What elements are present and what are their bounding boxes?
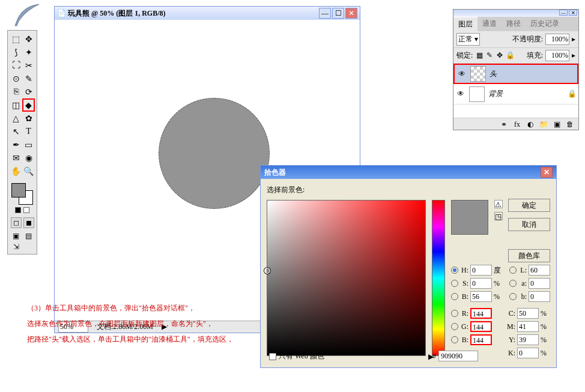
standard-mode-button[interactable]: ◻: [11, 217, 22, 228]
l-radio[interactable]: [509, 267, 517, 274]
link-layers-icon[interactable]: ⚭: [499, 119, 509, 129]
tool-slice[interactable]: ✂: [22, 59, 35, 72]
panel-minimize-button[interactable]: —: [559, 10, 568, 16]
foreground-color-swatch[interactable]: [11, 183, 26, 198]
h-input[interactable]: 0: [470, 265, 492, 276]
layer-thumbnail[interactable]: [470, 66, 486, 82]
color-picker-titlebar[interactable]: 拾色器 ✕: [261, 166, 556, 179]
h-label: H:: [460, 266, 468, 275]
tool-heal[interactable]: ⊙: [10, 72, 22, 85]
fill-label: 填充:: [527, 50, 543, 61]
blend-mode-select[interactable]: 正常 ▾: [456, 33, 480, 46]
k-label: K:: [507, 349, 515, 358]
new-layer-icon[interactable]: ▣: [552, 119, 562, 129]
cancel-button[interactable]: 取消: [508, 218, 550, 231]
color-field-cursor: [264, 268, 270, 274]
a-label: a:: [518, 279, 527, 288]
web-only-checkbox[interactable]: [269, 353, 276, 360]
lock-icon: 🔒: [568, 89, 576, 98]
layer-name[interactable]: 头: [490, 69, 575, 79]
tool-history[interactable]: ⟳: [22, 85, 35, 98]
b-radio[interactable]: [509, 293, 517, 300]
layer-thumbnail[interactable]: [469, 86, 485, 102]
bhsb-radio[interactable]: [451, 293, 458, 300]
panel-tabs: 图层 通道 路径 历史记录: [453, 17, 578, 31]
tool-shape[interactable]: ▭: [22, 138, 35, 151]
layer-style-icon[interactable]: fx: [512, 119, 522, 129]
tool-paint-bucket[interactable]: ◆: [22, 98, 35, 112]
tool-stamp[interactable]: ⎘: [10, 85, 22, 98]
tool-type[interactable]: T: [22, 125, 35, 138]
instruction-text: （3）单击工具箱中的前景色，弹出"拾色器对话框"， 选择灰色作为前景色，在图层面…: [27, 300, 483, 347]
lock-image-icon[interactable]: ✎: [485, 52, 494, 60]
layer-item-bg[interactable]: 👁 背景 🔒: [453, 84, 578, 104]
h-radio[interactable]: [451, 267, 458, 274]
m-input[interactable]: 41: [517, 321, 539, 332]
tool-hand[interactable]: ✋: [10, 164, 22, 178]
tool-wand[interactable]: ✦: [22, 46, 35, 59]
new-group-icon[interactable]: 📁: [539, 119, 548, 129]
minimize-button[interactable]: —: [319, 8, 331, 19]
k-input[interactable]: 0: [517, 348, 539, 358]
a-radio[interactable]: [509, 280, 517, 287]
y-input[interactable]: 39: [517, 334, 539, 345]
s-input[interactable]: 0: [470, 278, 492, 289]
web-only-checkbox-row: 只有 Web 颜色: [269, 351, 324, 361]
quickmask-mode-button[interactable]: ◼: [23, 217, 34, 228]
fill-stepper-icon[interactable]: ▸: [572, 51, 575, 60]
selection-circle: [159, 98, 270, 209]
color-picker-title: 拾色器: [264, 167, 541, 178]
tool-marquee[interactable]: ⬚: [10, 32, 22, 46]
maximize-button[interactable]: ☐: [332, 8, 344, 19]
layer-item-head[interactable]: 👁 头: [453, 64, 578, 84]
b-input[interactable]: 0: [529, 291, 550, 302]
tool-pen[interactable]: ✒: [10, 138, 22, 151]
fill-input[interactable]: 100%: [545, 50, 569, 61]
visibility-icon[interactable]: 👁: [457, 70, 467, 79]
default-colors-icon[interactable]: [15, 207, 21, 213]
tool-path[interactable]: ↖: [10, 125, 22, 138]
delete-layer-icon[interactable]: 🗑: [565, 119, 575, 129]
s-radio[interactable]: [451, 280, 458, 287]
tool-eyedrop[interactable]: ◉: [22, 151, 35, 164]
tool-lasso[interactable]: ⟆: [10, 46, 22, 59]
ok-button[interactable]: 确定: [508, 199, 550, 212]
warning-icon[interactable]: ⚠: [494, 200, 503, 208]
instruction-line-3: 把路径"头"载入选区，单击工具箱中的"油漆桶工具"，填充选区，: [27, 331, 483, 347]
tool-move[interactable]: ✥: [22, 32, 35, 46]
hex-input[interactable]: 909090: [438, 351, 478, 361]
swap-colors-icon[interactable]: [23, 207, 29, 213]
lock-transparent-icon[interactable]: ▦: [475, 52, 483, 60]
document-titlebar[interactable]: 📄 玩具熊 @ 50% (图层 1, RGB/8) — ☐ ✕: [55, 7, 360, 20]
tool-brush[interactable]: ✎: [22, 72, 35, 85]
layers-panel-bottom: ⚭ fx ◐ 📁 ▣ 🗑: [453, 118, 578, 130]
opacity-stepper-icon[interactable]: ▸: [572, 35, 575, 44]
visibility-icon[interactable]: 👁: [456, 89, 465, 98]
tool-zoom[interactable]: 🔍: [22, 164, 35, 178]
screen-mode-icon[interactable]: ▣: [10, 231, 22, 241]
tool-crop[interactable]: ⛶: [10, 59, 22, 72]
panel-close-button[interactable]: ✕: [569, 10, 577, 16]
tool-blur[interactable]: △: [10, 112, 22, 125]
opacity-input[interactable]: 100%: [545, 34, 569, 45]
a-input[interactable]: 0: [529, 278, 550, 289]
tab-history[interactable]: 历史记录: [526, 17, 564, 31]
tab-channels[interactable]: 通道: [477, 17, 502, 31]
tab-paths[interactable]: 路径: [502, 17, 526, 31]
tool-notes[interactable]: ✉: [10, 151, 22, 164]
lock-position-icon[interactable]: ✥: [496, 52, 504, 60]
lock-all-icon[interactable]: 🔒: [506, 52, 514, 60]
cube-icon[interactable]: ◳: [494, 212, 503, 220]
screen-mode2-icon[interactable]: ▤: [22, 231, 35, 241]
tab-layers[interactable]: 图层: [453, 17, 477, 31]
color-libraries-button[interactable]: 颜色库: [508, 249, 550, 262]
l-input[interactable]: 60: [529, 265, 550, 276]
tool-dodge[interactable]: ✿: [22, 112, 35, 125]
tool-eraser[interactable]: ◫: [10, 98, 22, 112]
c-input[interactable]: 50: [517, 308, 539, 319]
layer-mask-icon[interactable]: ◐: [526, 119, 535, 129]
close-button[interactable]: ✕: [345, 8, 357, 19]
jump-to-icon[interactable]: ⇲: [10, 241, 23, 252]
color-picker-close-button[interactable]: ✕: [541, 167, 553, 178]
layer-name[interactable]: 背景: [488, 89, 564, 99]
